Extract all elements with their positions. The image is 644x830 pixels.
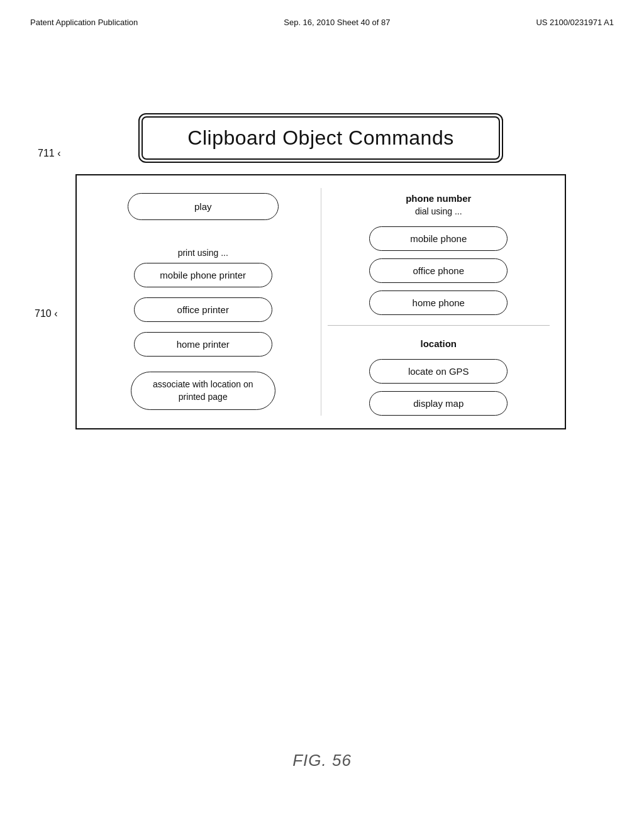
- title-box-wrapper: Clipboard Object Commands: [75, 113, 566, 163]
- header-left: Patent Application Publication: [30, 18, 138, 27]
- page-header: Patent Application Publication Sep. 16, …: [0, 0, 644, 27]
- office-phone-button[interactable]: office phone: [369, 258, 508, 283]
- section-divider: [328, 325, 550, 326]
- right-column: phone number dial using ... mobile phone…: [321, 188, 550, 416]
- figure-caption: FIG. 56: [0, 751, 644, 770]
- label-711: 711 ‹: [38, 148, 60, 159]
- label-710: 710 ‹: [35, 308, 57, 319]
- home-phone-button[interactable]: home phone: [369, 290, 508, 315]
- left-column: play print using ... mobile phone printe…: [92, 188, 321, 416]
- home-printer-button[interactable]: home printer: [134, 332, 272, 357]
- print-using-label: print using ...: [178, 248, 228, 258]
- main-box: play print using ... mobile phone printe…: [75, 174, 566, 429]
- diagram-container: 711 ‹ 710 ‹ Clipboard Object Commands pl…: [75, 113, 566, 429]
- display-map-button[interactable]: display map: [369, 391, 508, 416]
- locate-gps-button[interactable]: locate on GPS: [369, 359, 508, 384]
- header-center: Sep. 16, 2010 Sheet 40 of 87: [284, 18, 390, 27]
- clipboard-title: Clipboard Object Commands: [187, 126, 453, 149]
- mobile-phone-printer-button[interactable]: mobile phone printer: [134, 263, 272, 287]
- title-box-outer: Clipboard Object Commands: [138, 113, 503, 163]
- office-printer-button[interactable]: office printer: [134, 297, 272, 322]
- phone-number-section-label: phone number: [406, 193, 471, 204]
- mobile-phone-button[interactable]: mobile phone: [369, 226, 508, 251]
- location-section-label: location: [420, 338, 457, 349]
- header-right: US 2100/0231971 A1: [536, 18, 614, 27]
- associate-location-label: associate with location onprinted page: [153, 379, 253, 402]
- dial-using-label: dial using ...: [415, 206, 462, 216]
- associate-location-button[interactable]: associate with location onprinted page: [131, 372, 275, 410]
- play-button[interactable]: play: [128, 193, 279, 220]
- title-box-inner: Clipboard Object Commands: [142, 116, 500, 160]
